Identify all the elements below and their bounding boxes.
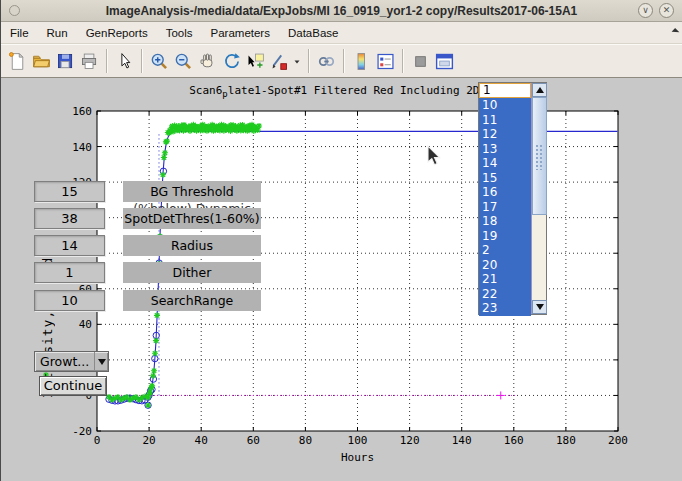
hide-plot-tools-icon[interactable] bbox=[408, 49, 432, 73]
spot-number-item[interactable]: 15 bbox=[479, 171, 531, 186]
spot-number-item[interactable]: 18 bbox=[479, 214, 531, 229]
titlebar: ImageAnalysis-/media/data/ExpJobs/MI 16_… bbox=[1, 0, 682, 22]
spot-number-selected[interactable]: 1 bbox=[479, 83, 531, 98]
insert-colorbar-icon[interactable] bbox=[349, 49, 373, 73]
figure-canvas: 020406080100120140160180200-200204060801… bbox=[1, 78, 682, 479]
param-field-searchrange[interactable] bbox=[34, 290, 105, 311]
svg-text:140: 140 bbox=[72, 141, 92, 154]
spot-number-item[interactable]: 20 bbox=[479, 258, 531, 273]
spot-number-item[interactable]: 19 bbox=[479, 229, 531, 244]
scrollbar-down-arrow-icon[interactable] bbox=[532, 300, 547, 314]
continue-button[interactable]: Continue bbox=[39, 376, 107, 396]
param-field-radius[interactable] bbox=[34, 235, 105, 256]
menu-item-tools[interactable]: Tools bbox=[157, 22, 202, 44]
svg-text:0: 0 bbox=[94, 434, 101, 447]
spot-number-item[interactable]: 13 bbox=[479, 142, 531, 157]
new-figure-icon[interactable] bbox=[5, 49, 29, 73]
plot-title: Scan6plate1-Spot#1 Filtered Red Includin… bbox=[189, 84, 526, 99]
svg-text:100: 100 bbox=[348, 434, 368, 447]
rotate-3d-icon[interactable] bbox=[219, 49, 243, 73]
menu-item-genreports[interactable]: GenReports bbox=[77, 22, 157, 44]
param-label-dither: Dither bbox=[123, 262, 261, 283]
listbox-scrollbar[interactable] bbox=[531, 83, 546, 314]
chevron-down-icon bbox=[94, 352, 108, 371]
svg-text:120: 120 bbox=[400, 434, 420, 447]
svg-text:160: 160 bbox=[72, 105, 92, 118]
spot-number-item[interactable]: 11 bbox=[479, 113, 531, 128]
open-file-icon[interactable] bbox=[29, 49, 53, 73]
menubar: FileRunGenReportsToolsParametersDataBase bbox=[1, 22, 682, 44]
scrollbar-up-arrow-icon[interactable] bbox=[532, 83, 547, 97]
spot-number-item[interactable]: 16 bbox=[479, 185, 531, 200]
param-field-dither[interactable] bbox=[34, 262, 105, 283]
spot-number-item[interactable]: 2 bbox=[479, 243, 531, 258]
svg-text:200: 200 bbox=[608, 434, 628, 447]
x-axis-label: Hours bbox=[341, 451, 374, 464]
toolbar-separator bbox=[343, 49, 344, 73]
menu-item-database[interactable]: DataBase bbox=[279, 22, 348, 44]
save-figure-icon[interactable] bbox=[53, 49, 77, 73]
mouse-cursor-icon bbox=[426, 145, 444, 167]
app-window: ImageAnalysis-/media/data/ExpJobs/MI 16_… bbox=[0, 0, 682, 481]
svg-text:40: 40 bbox=[195, 434, 208, 447]
window-title: ImageAnalysis-/media/data/ExpJobs/MI 16_… bbox=[1, 4, 682, 18]
param-label-spotdetthres-1-60: SpotDetThres(1-60%) bbox=[123, 208, 261, 229]
data-cursor-icon[interactable] bbox=[243, 49, 267, 73]
toolbar-separator bbox=[141, 49, 142, 73]
show-plot-tools-dock-icon[interactable] bbox=[432, 49, 456, 73]
insert-legend-icon[interactable] bbox=[373, 49, 397, 73]
svg-text:80: 80 bbox=[299, 434, 312, 447]
spot-number-item[interactable]: 22 bbox=[479, 287, 531, 302]
param-field-bg-threshold[interactable] bbox=[34, 181, 105, 202]
scrollbar-thumb[interactable] bbox=[532, 97, 547, 215]
menu-overflow-icon[interactable] bbox=[672, 28, 680, 36]
shade-window-button[interactable]: ∨ bbox=[638, 3, 653, 18]
svg-text:160: 160 bbox=[504, 434, 524, 447]
zoom-out-icon[interactable] bbox=[171, 49, 195, 73]
toolbar-separator bbox=[106, 49, 107, 73]
figure-toolbar bbox=[1, 44, 682, 78]
growth-mode-dropdown[interactable]: Growt... bbox=[34, 351, 109, 372]
spot-number-item[interactable]: 10 bbox=[479, 98, 531, 113]
spot-number-item[interactable]: 17 bbox=[479, 200, 531, 215]
param-field-spotdetthres-1-60[interactable] bbox=[34, 208, 105, 229]
brush-data-icon[interactable] bbox=[267, 49, 291, 73]
menu-item-file[interactable]: File bbox=[1, 22, 38, 44]
svg-text:60: 60 bbox=[247, 434, 260, 447]
spot-number-listbox: 1 10111213141516171819220212223 bbox=[478, 82, 547, 315]
close-window-button[interactable]: ✕ bbox=[659, 3, 674, 18]
svg-text:140: 140 bbox=[452, 434, 472, 447]
svg-text:20: 20 bbox=[142, 434, 155, 447]
svg-text:180: 180 bbox=[556, 434, 576, 447]
brush-dropdown-caret-icon[interactable] bbox=[291, 49, 303, 73]
spot-number-item[interactable]: 12 bbox=[479, 127, 531, 142]
param-label-radius: Radius bbox=[123, 235, 261, 256]
link-plot-icon[interactable] bbox=[314, 49, 338, 73]
svg-text:40: 40 bbox=[79, 318, 92, 331]
menu-item-run[interactable]: Run bbox=[38, 22, 77, 44]
toolbar-separator bbox=[402, 49, 403, 73]
spot-number-item[interactable]: 21 bbox=[479, 272, 531, 287]
param-label-searchrange: SearchRange bbox=[123, 290, 261, 311]
print-figure-icon[interactable] bbox=[77, 49, 101, 73]
edit-plot-arrow-icon[interactable] bbox=[112, 49, 136, 73]
zoom-in-icon[interactable] bbox=[147, 49, 171, 73]
menu-item-parameters[interactable]: Parameters bbox=[202, 22, 279, 44]
pan-hand-icon[interactable] bbox=[195, 49, 219, 73]
spot-number-item[interactable]: 23 bbox=[479, 301, 531, 316]
param-label-bg-threshold: BG Threshold bbox=[123, 181, 261, 202]
svg-text:-20: -20 bbox=[72, 425, 92, 438]
growth-mode-dropdown-label: Growt... bbox=[35, 354, 94, 369]
toolbar-separator bbox=[308, 49, 309, 73]
spot-number-item[interactable]: 14 bbox=[479, 156, 531, 171]
